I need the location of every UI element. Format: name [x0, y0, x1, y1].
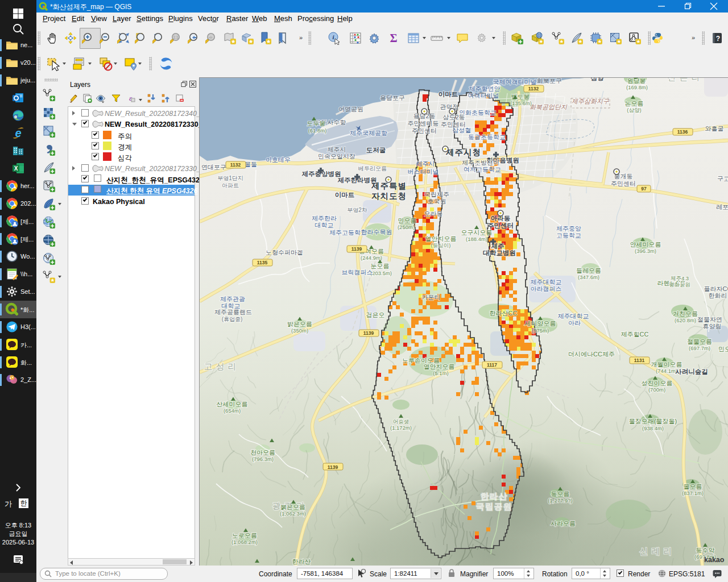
svg-text:노형수퍼마겥: 노형수퍼마겥 [266, 249, 303, 256]
svg-text:1131: 1131 [634, 357, 645, 363]
svg-text:화북포구: 화북포구 [537, 78, 562, 84]
svg-text:제주조방선이: 제주조방선이 [462, 159, 499, 166]
svg-text:제주국제공항: 제주국제공항 [350, 130, 387, 136]
svg-text:신촌리: 신촌리 [668, 78, 704, 82]
svg-text:제주대학교: 제주대학교 [531, 278, 562, 285]
svg-text:(5.1m): (5.1m) [433, 370, 448, 376]
svg-text:더시에나CC제주: 더시에나CC제주 [568, 351, 615, 357]
svg-text:평화공원: 평화공원 [669, 281, 690, 288]
svg-text:1117: 1117 [487, 362, 497, 368]
svg-text:(347.6m): (347.6m) [578, 274, 599, 280]
svg-text:레포: 레포 [716, 203, 728, 210]
svg-text:(250m): (250m) [398, 224, 415, 230]
svg-text:제주시: 제주시 [416, 160, 435, 167]
svg-text:(188.4m): (188.4m) [466, 236, 487, 242]
svg-text:어영공원: 어영공원 [338, 106, 363, 113]
svg-text:주민센터: 주민센터 [412, 127, 437, 134]
svg-text:한라산: 한라산 [481, 492, 508, 501]
svg-text:제주관광: 제주관광 [220, 296, 245, 302]
svg-text:부영2차: 부영2차 [347, 207, 367, 213]
svg-text:몰오름: 몰오름 [684, 483, 702, 490]
svg-text:제주공룡랜드: 제주공룡랜드 [214, 309, 252, 315]
svg-text:(796.3m): (796.3m) [252, 456, 274, 462]
svg-text:카운티: 카운티 [422, 294, 441, 301]
svg-text:제주4.3: 제주4.3 [671, 275, 689, 281]
svg-text:민오: 민오 [718, 346, 728, 352]
svg-text:고성리: 고성리 [204, 361, 240, 371]
svg-text:어승생: 어승생 [393, 418, 410, 425]
svg-text:주민센터등: 주민센터등 [408, 120, 439, 127]
svg-text:1139: 1139 [351, 246, 362, 252]
svg-text:범도봉: 범도봉 [511, 93, 530, 100]
svg-text:밝은오름: 밝은오름 [287, 321, 312, 327]
svg-text:주민센터: 주민센터 [611, 180, 636, 187]
svg-text:제주삼화지구: 제주삼화지구 [572, 98, 610, 105]
svg-text:몰둘: 몰둘 [245, 161, 257, 168]
svg-text:(350m): (350m) [291, 327, 308, 334]
svg-text:1135: 1135 [257, 260, 268, 265]
svg-text:물장오래(물장올): 물장오래(물장올) [629, 418, 677, 425]
svg-text:이마트: 이마트 [439, 91, 458, 98]
svg-text:한라산: 한라산 [292, 558, 311, 565]
svg-text:(1,172m): (1,172m) [390, 425, 412, 431]
svg-text:?: ? [716, 35, 720, 43]
svg-text:삼양: 삼양 [591, 78, 605, 81]
svg-text:관덕정: 관덕정 [440, 103, 459, 110]
svg-text:절물자연: 절물자연 [697, 316, 722, 323]
svg-text:1136: 1136 [677, 129, 688, 135]
svg-text:X: X [14, 165, 18, 172]
svg-text:e: e [15, 127, 21, 139]
svg-text:주민센터: 주민센터 [487, 222, 514, 229]
svg-text:신례리: 신례리 [640, 546, 676, 556]
svg-text:브릭캠퍼스: 브릭캠퍼스 [342, 269, 373, 276]
svg-text:(700m): (700m) [648, 386, 665, 393]
svg-text:노로오름: 노로오름 [232, 532, 257, 539]
svg-text:국립공원: 국립공원 [476, 502, 512, 511]
svg-text:1139: 1139 [363, 330, 374, 336]
svg-text:삼도2동: 삼도2동 [442, 114, 465, 120]
svg-text:주민센터: 주민센터 [441, 121, 466, 128]
svg-text:산세미오름: 산세미오름 [217, 401, 248, 408]
svg-text:성진이오름: 성진이오름 [642, 380, 673, 386]
svg-text:(203.5m): (203.5m) [370, 270, 392, 276]
svg-text:한화리: 한화리 [709, 292, 727, 299]
svg-text:연대포구: 연대포구 [201, 164, 226, 171]
svg-text:원당봉: 원당봉 [627, 78, 646, 84]
svg-text:국립제주: 국립제주 [424, 191, 449, 198]
svg-text:천아오름: 천아오름 [250, 449, 275, 456]
svg-text:(744.1m): (744.1m) [656, 368, 677, 374]
svg-text:아라: 아라 [568, 319, 581, 326]
svg-text:Σ: Σ [390, 32, 397, 44]
svg-text:(삼양): (삼양) [627, 107, 641, 113]
svg-text:개월이오름: 개월이오름 [651, 361, 682, 368]
svg-text:(135.6m): (135.6m) [510, 100, 532, 106]
svg-text:여저고등학교: 여저고등학교 [464, 166, 501, 173]
svg-text:국제여객터미널: 국제여객터미널 [493, 78, 537, 85]
svg-text:대학교: 대학교 [315, 222, 334, 228]
svg-text:눈오름: 눈오름 [371, 263, 390, 269]
svg-text:고등학교: 고등학교 [556, 232, 581, 239]
svg-text:붉은오름: 붉은오름 [280, 504, 305, 510]
svg-text:대학교병원: 대학교병원 [483, 250, 516, 256]
svg-text:이마트: 이마트 [335, 192, 355, 198]
svg-text:한라수목원: 한라수목원 [361, 228, 392, 235]
svg-text:들레오름: 들레오름 [576, 267, 601, 274]
svg-text:제주시청: 제주시청 [445, 148, 481, 157]
svg-text:부영1단지: 부영1단지 [217, 175, 243, 181]
svg-text:1139: 1139 [328, 464, 338, 470]
svg-text:사려니숲길: 사려니숲길 [675, 368, 708, 375]
svg-text:(1,062.3m): (1,062.3m) [280, 510, 306, 517]
svg-text:(1,068.2m): (1,068.2m) [231, 539, 258, 545]
svg-text:(휴업중): (휴업중) [222, 316, 243, 322]
svg-text:제주중앙: 제주중앙 [556, 225, 581, 232]
svg-text:절물오름: 절물오름 [687, 338, 712, 345]
svg-text:버스터미널: 버스터미널 [408, 168, 439, 175]
svg-text:와흘굴: 와흘굴 [705, 125, 724, 132]
svg-text:여객터미널: 여객터미널 [468, 92, 499, 99]
svg-text:(61.8m): (61.8m) [308, 127, 327, 134]
svg-text:열안지오름: 열안지오름 [424, 363, 455, 370]
svg-text:(등싱이): (등싱이) [431, 242, 451, 248]
svg-text:(244.9m): (244.9m) [361, 255, 382, 261]
svg-text:(169.8m): (169.8m) [626, 84, 648, 90]
svg-text:민오름: 민오름 [398, 217, 417, 224]
